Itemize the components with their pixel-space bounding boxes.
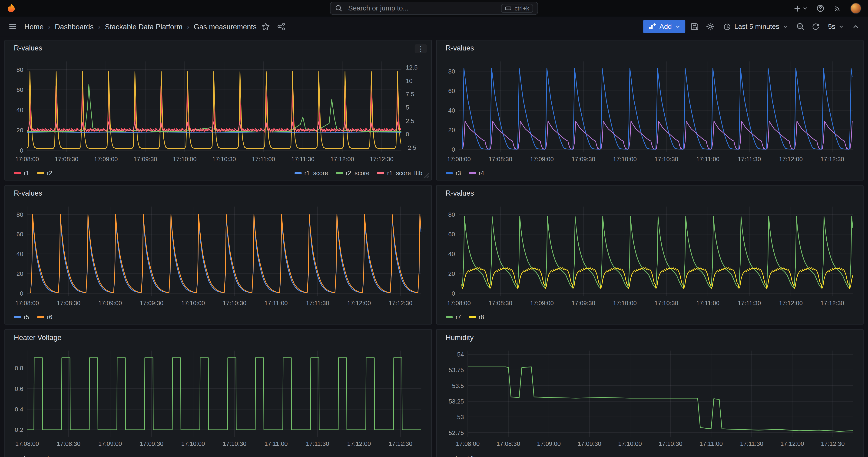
chevron-down-icon (675, 24, 680, 29)
panel-title[interactable]: R-values (14, 44, 42, 52)
panel-header: Humidity (437, 330, 863, 345)
x-axis-label: 17:10:00 (613, 155, 637, 162)
x-axis-label: 17:12:30 (820, 155, 844, 162)
legend-swatch (445, 172, 453, 174)
save-dashboard-icon[interactable] (688, 21, 701, 33)
series-r4 (462, 121, 852, 149)
panel-title[interactable]: R-values (445, 44, 474, 52)
legend-item-r2_score[interactable]: r2_score (336, 170, 370, 176)
legend-item-r7[interactable]: r7 (445, 313, 461, 320)
refresh-icon[interactable] (810, 21, 821, 32)
search-input[interactable] (347, 4, 497, 13)
panel-title[interactable]: R-values (445, 189, 474, 197)
y-axis-label: 0.4 (15, 406, 23, 413)
y-axis-label: 53.5 (452, 382, 464, 389)
timeseries-chart[interactable]: 020406080-2.502.557.51012.517:08:0017:08… (10, 56, 427, 166)
breadcrumb-separator: › (187, 22, 189, 31)
legend-item-r1[interactable]: r1 (14, 170, 29, 176)
time-range-label: Last 5 minutes (734, 23, 779, 30)
x-axis-label: 17:08:00 (447, 300, 471, 307)
legend-swatch (14, 316, 21, 318)
x-axis-label: 17:08:30 (489, 300, 512, 307)
time-range-picker[interactable]: Last 5 minutes (719, 22, 791, 31)
series-r1_score (27, 132, 401, 132)
user-avatar[interactable] (850, 3, 862, 14)
x-axis-label: 17:12:00 (347, 300, 371, 307)
legend-item-r5[interactable]: r5 (14, 313, 29, 320)
chevron-down-icon (803, 6, 808, 11)
collapse-chevron-up-icon[interactable] (850, 21, 862, 32)
y-axis-right-label: 7.5 (406, 90, 414, 97)
timeseries-chart[interactable]: 02040608017:08:0017:08:3017:09:0017:09:3… (10, 201, 427, 310)
x-axis-label: 17:12:30 (389, 440, 412, 447)
y-axis-label: 0.2 (15, 426, 23, 433)
legend-item-r3[interactable]: r3 (445, 170, 461, 176)
breadcrumb-dashboard-title[interactable]: Gas measurements (194, 22, 257, 31)
legend-label: r3 (456, 170, 461, 176)
help-icon[interactable] (816, 4, 825, 13)
new-menu-button[interactable] (794, 4, 808, 12)
y-axis-label: 0 (20, 290, 23, 297)
resize-handle-icon[interactable] (424, 173, 430, 178)
menu-toggle-icon[interactable] (7, 21, 19, 33)
y-axis-label: 40 (448, 107, 455, 114)
y-axis-right-label: 0 (406, 131, 409, 138)
y-axis-label: 0.6 (15, 385, 23, 392)
legend-item-r6[interactable]: r6 (37, 313, 52, 320)
legend-swatch (336, 172, 343, 174)
add-panel-icon (648, 23, 656, 30)
panel-header: R-values (437, 40, 863, 56)
y-axis-label: 40 (448, 250, 455, 257)
y-axis-label: 80 (448, 211, 455, 218)
y-axis-label: 0.8 (15, 365, 23, 372)
refresh-interval-picker[interactable]: 5s (825, 23, 847, 30)
legend-item-humidity[interactable]: humidity (445, 455, 478, 457)
x-axis-label: 17:11:00 (252, 155, 275, 162)
chevron-down-icon (783, 24, 787, 29)
breadcrumb-dashboards[interactable]: Dashboards (55, 22, 94, 31)
panel-title[interactable]: Heater Voltage (14, 333, 62, 341)
panel-menu-icon[interactable]: ⋮ (415, 44, 427, 53)
favorite-star-icon[interactable] (260, 21, 272, 33)
legend-label: humidity (456, 455, 478, 457)
breadcrumb-home[interactable]: Home (24, 22, 44, 31)
x-axis-label: 17:11:00 (265, 300, 288, 307)
x-axis-label: 17:12:00 (779, 300, 803, 307)
x-axis-label: 17:11:30 (740, 440, 764, 447)
timeseries-chart[interactable]: 02040608017:08:0017:08:3017:09:0017:09:3… (442, 201, 859, 310)
legend-item-r4[interactable]: r4 (469, 170, 484, 176)
timeseries-chart[interactable]: 52.755353.2553.553.755417:08:0017:08:301… (442, 345, 859, 451)
legend-item-r2[interactable]: r2 (37, 170, 52, 176)
x-axis-label: 17:12:30 (389, 300, 412, 307)
x-axis-label: 17:10:30 (223, 300, 246, 307)
search-box[interactable]: ctrl+k (330, 2, 538, 15)
grafana-logo-icon[interactable] (7, 3, 17, 13)
legend-item-r1_score[interactable]: r1_score (294, 170, 328, 176)
timeseries-chart[interactable]: 0.20.40.60.817:08:0017:08:3017:09:0017:0… (10, 345, 427, 451)
breadcrumb-separator: › (48, 22, 50, 31)
y-axis-right-label: 10 (406, 77, 413, 84)
x-axis-label: 17:09:00 (98, 440, 122, 447)
legend-item-r1_score_lttb[interactable]: r1_score_lttb (377, 170, 423, 176)
legend-label: r4 (478, 170, 484, 176)
panel-title[interactable]: R-values (14, 189, 42, 197)
add-button[interactable]: Add (644, 20, 685, 33)
share-icon[interactable] (276, 21, 287, 33)
y-axis-label: 60 (448, 231, 455, 238)
x-axis-label: 17:08:30 (57, 440, 81, 447)
panel-title[interactable]: Humidity (445, 333, 473, 341)
series-heatervoltage (27, 358, 421, 430)
zoom-out-icon[interactable] (794, 21, 806, 33)
legend-swatch (469, 172, 476, 174)
plus-icon (794, 4, 802, 12)
timeseries-chart[interactable]: 02040608017:08:0017:08:3017:09:0017:09:3… (442, 56, 859, 166)
top-bar: ctrl+k (0, 0, 868, 17)
breadcrumb-folder[interactable]: Stackable Data Platform (105, 22, 183, 31)
news-rss-icon[interactable] (833, 4, 842, 13)
settings-gear-icon[interactable] (704, 21, 716, 33)
legend-item-r8[interactable]: r8 (469, 313, 484, 320)
y-axis-label: 60 (17, 231, 23, 238)
legend-item-heatervoltage[interactable]: heatervoltage (14, 455, 61, 457)
x-axis-label: 17:09:30 (578, 440, 601, 447)
breadcrumb: Home › Dashboards › Stackable Data Platf… (24, 22, 257, 31)
